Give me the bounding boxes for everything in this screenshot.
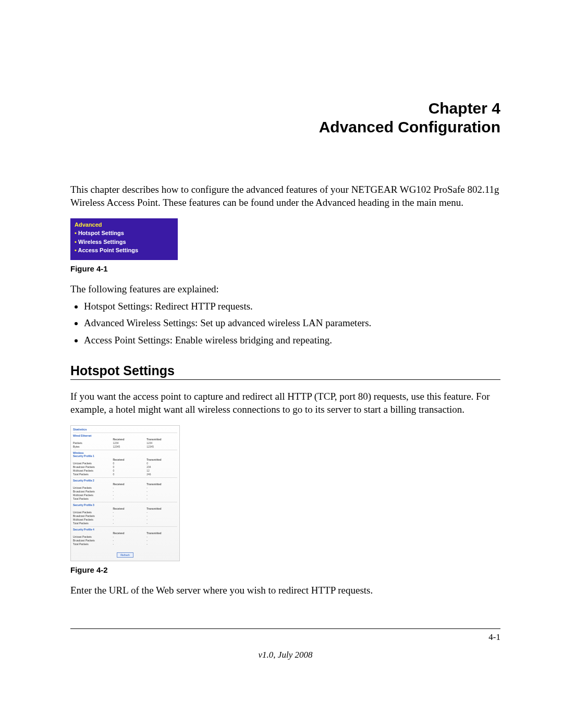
chapter-title: Chapter 4 Advanced Configuration	[70, 99, 500, 137]
figure-1-caption: Figure 4-1	[70, 264, 500, 273]
statistics-figure: Statistics Wired Ethernet ReceivedTransm…	[70, 425, 180, 561]
document-page: Chapter 4 Advanced Configuration This ch…	[0, 0, 563, 702]
hotspot-paragraph: If you want the access point to capture …	[70, 390, 500, 416]
features-intro: The following features are explained:	[70, 283, 500, 296]
version-footer: v1.0, July 2008	[70, 650, 500, 660]
section-rule	[70, 379, 500, 380]
menu-item-hotspot: Hotspot Settings	[75, 229, 174, 238]
post-figure2-text: Enter the URL of the Web server where yo…	[70, 584, 500, 597]
footer-rule	[70, 628, 500, 629]
feature-item: Hotspot Settings: Redirect HTTP requests…	[84, 299, 500, 314]
figure-2-caption: Figure 4-2	[70, 565, 500, 574]
feature-item: Advanced Wireless Settings: Set up advan…	[84, 316, 500, 331]
features-list: Hotspot Settings: Redirect HTTP requests…	[70, 299, 500, 348]
section-heading-hotspot: Hotspot Settings	[70, 363, 500, 378]
menu-item-ap: Access Point Settings	[75, 246, 174, 255]
chapter-number: Chapter 4	[70, 99, 500, 118]
page-number: 4-1	[70, 632, 500, 643]
advanced-menu-figure: Advanced Hotspot Settings Wireless Setti…	[70, 218, 178, 260]
chapter-name: Advanced Configuration	[70, 118, 500, 137]
intro-paragraph: This chapter describes how to configure …	[70, 183, 500, 209]
menu-item-wireless: Wireless Settings	[75, 238, 174, 246]
menu-heading: Advanced	[75, 221, 174, 228]
feature-item: Access Point Settings: Enable wireless b…	[84, 333, 500, 348]
